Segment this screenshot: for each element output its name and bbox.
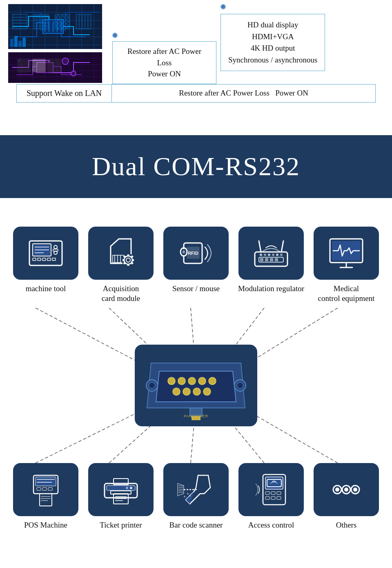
pos-machine-icon-box	[13, 463, 78, 516]
svg-point-110	[173, 388, 180, 395]
sync-async: Synchronous / asynchronous	[228, 54, 317, 66]
left-images-column	[8, 4, 104, 83]
svg-rect-154	[271, 497, 275, 499]
ticket-printer-icon-box	[88, 463, 154, 516]
banner-title: Dual COM-RS232	[8, 151, 384, 182]
top-icons-section: machine tool	[0, 210, 392, 304]
center-diagram: PANTEINER	[0, 308, 392, 463]
svg-text:RFID: RFID	[188, 251, 198, 256]
svg-point-145	[189, 495, 191, 497]
svg-point-106	[178, 377, 185, 385]
svg-rect-51	[52, 258, 56, 261]
pos-machine-label: POS Machine	[24, 520, 67, 530]
medical-control-icon-box	[314, 227, 379, 280]
svg-rect-62	[127, 264, 129, 266]
svg-rect-64	[132, 259, 134, 261]
svg-point-37	[71, 71, 76, 76]
machine-tool-item: machine tool	[11, 227, 80, 294]
svg-point-105	[168, 377, 175, 385]
svg-point-36	[62, 58, 69, 65]
medical-control-item: Medicalcontrol equipment	[312, 227, 381, 304]
svg-rect-151	[271, 492, 275, 494]
svg-rect-13	[43, 20, 63, 33]
svg-rect-23	[8, 52, 102, 83]
svg-point-104	[237, 382, 243, 389]
svg-rect-35	[37, 62, 53, 73]
access-control-item: Access control	[236, 463, 306, 530]
svg-rect-46	[53, 249, 58, 251]
bullet-dot	[112, 33, 118, 38]
svg-point-144	[187, 493, 189, 494]
circuit-image-blue	[8, 4, 102, 49]
svg-rect-48	[38, 258, 41, 261]
svg-point-146	[184, 496, 185, 497]
svg-rect-61	[127, 254, 129, 256]
svg-rect-21	[18, 41, 22, 47]
svg-line-74	[259, 241, 261, 252]
machine-tool-icon-box	[13, 227, 78, 280]
power-on-label: Power ON	[121, 68, 208, 80]
svg-point-111	[183, 388, 190, 395]
top-section: Restore after AC Power Loss Power ON HD …	[0, 0, 392, 102]
restore-label: Restore after AC Power Loss	[121, 46, 208, 68]
svg-rect-124	[40, 494, 52, 506]
svg-point-70	[183, 250, 185, 254]
ticket-printer-item: Ticket printer	[86, 463, 156, 530]
middle-feature-column: Restore after AC Power Loss Power ON	[108, 4, 216, 84]
svg-rect-122	[42, 488, 47, 490]
svg-rect-155	[277, 497, 281, 499]
pos-machine-item: POS Machine	[11, 463, 80, 530]
svg-point-109	[209, 377, 216, 385]
svg-rect-50	[47, 258, 51, 261]
svg-rect-77	[260, 258, 263, 261]
svg-point-81	[260, 254, 262, 256]
wake-on-lan-label: Support Wake on LAN	[27, 89, 102, 98]
svg-point-44	[54, 245, 57, 249]
spacer-1	[0, 111, 392, 123]
others-item: Others	[312, 463, 381, 530]
svg-rect-150	[265, 492, 270, 494]
svg-point-135	[130, 487, 132, 489]
svg-point-102	[149, 382, 155, 389]
svg-point-112	[193, 388, 200, 395]
spacer-2	[0, 198, 392, 210]
svg-rect-79	[270, 258, 273, 261]
top-icons-row: machine tool	[8, 227, 384, 304]
svg-rect-123	[48, 488, 52, 490]
ticket-printer-label: Ticket printer	[100, 520, 142, 530]
com-connector-box: PANTEINER	[135, 345, 257, 426]
svg-rect-22	[22, 38, 26, 47]
display-features-box: HD dual display HDMI+VGA 4K HD output Sy…	[220, 14, 325, 71]
hd-output: 4K HD output	[228, 42, 317, 54]
right-feature-column: HD dual display HDMI+VGA 4K HD output Sy…	[220, 4, 384, 71]
machine-tool-label: machine tool	[26, 284, 66, 294]
svg-point-113	[203, 388, 211, 395]
svg-rect-0	[8, 4, 102, 49]
modulation-regulator-icon-box	[238, 227, 304, 280]
svg-rect-49	[42, 258, 46, 261]
barcode-scanner-item: Bar code scanner	[161, 463, 231, 530]
svg-rect-121	[37, 488, 41, 490]
bottom-icons-row: POS Machine	[8, 463, 384, 530]
others-icon-box	[314, 463, 379, 516]
svg-point-136	[126, 487, 128, 489]
svg-text:PANTEINER: PANTEINER	[184, 414, 208, 418]
svg-point-159	[335, 488, 339, 492]
sensor-mouse-icon-box: RFID	[163, 227, 229, 280]
svg-point-161	[353, 488, 357, 492]
modulation-regulator-label: Modulation regulator	[238, 284, 304, 294]
svg-rect-118	[36, 477, 56, 486]
bottom-icons-section: POS Machine	[0, 463, 392, 547]
hdmi-vga: HDMI+VGA	[228, 31, 317, 43]
access-control-label: Access control	[248, 520, 294, 530]
svg-point-86	[280, 254, 283, 256]
svg-rect-152	[277, 492, 281, 494]
svg-point-84	[272, 254, 274, 256]
acquisition-card-label: Acquisitioncard module	[102, 284, 140, 304]
hd-dual-display: HD dual display	[228, 19, 317, 31]
barcode-scanner-icon-box	[163, 463, 229, 516]
svg-rect-148	[265, 477, 283, 489]
svg-rect-47	[33, 258, 36, 261]
com-rs232-banner: Dual COM-RS232	[0, 135, 392, 198]
acquisition-card-item: Acquisitioncard module	[86, 227, 156, 304]
